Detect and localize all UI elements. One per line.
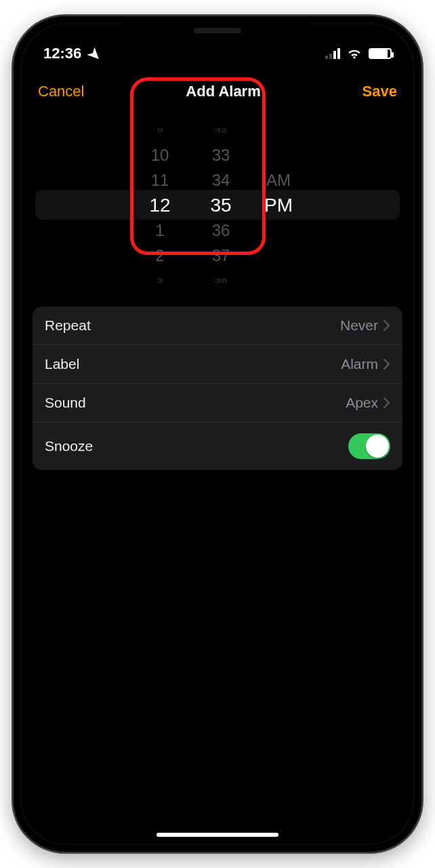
nav-bar: Cancel Add Alarm Save xyxy=(22,69,413,114)
picker-minute-item[interactable]: 34 xyxy=(190,167,251,193)
row-label: Repeat xyxy=(45,317,91,334)
row-value: Apex xyxy=(346,395,378,411)
save-button[interactable]: Save xyxy=(362,83,397,100)
status-left: 12:36 ➤ xyxy=(43,45,100,62)
chevron-right-icon xyxy=(384,397,390,408)
status-time: 12:36 xyxy=(43,45,81,62)
chevron-right-icon xyxy=(384,320,390,331)
picker-minute-selected[interactable]: 35 xyxy=(190,193,251,218)
row-label: Label xyxy=(45,356,79,372)
picker-hour-item[interactable]: 9 xyxy=(129,123,190,136)
picker-minute-wheel[interactable]: 32 33 34 35 36 37 38 xyxy=(190,117,251,293)
device-notch xyxy=(126,16,309,45)
volume-up-button xyxy=(12,206,14,259)
status-right xyxy=(325,48,392,59)
picker-minute-item[interactable]: 33 xyxy=(190,142,251,167)
picker-hour-selected[interactable]: 12 xyxy=(129,193,190,218)
picker-hour-item[interactable]: 2 xyxy=(129,243,190,268)
picker-hour-item[interactable]: 1 xyxy=(129,218,190,243)
chevron-right-icon xyxy=(384,359,390,370)
picker-hour-item[interactable]: 10 xyxy=(129,142,190,167)
snooze-toggle[interactable] xyxy=(348,433,390,459)
cellular-signal-icon xyxy=(325,48,340,59)
picker-minute-item[interactable]: 38 xyxy=(190,273,251,287)
picker-ampm-selected[interactable]: PM xyxy=(251,193,306,218)
location-arrow-icon: ➤ xyxy=(84,43,105,64)
row-repeat[interactable]: Repeat Never xyxy=(33,307,402,345)
wifi-icon xyxy=(347,48,362,59)
picker-hour-wheel[interactable]: 9 10 11 12 1 2 3 xyxy=(129,117,190,293)
row-label: Sound xyxy=(45,395,86,411)
nav-title: Add Alarm xyxy=(186,83,260,100)
row-value: Alarm xyxy=(341,356,378,372)
phone-frame: 12:36 ➤ Cancel Add Alarm Save xyxy=(12,15,423,853)
picker-minute-item[interactable]: 37 xyxy=(190,243,251,268)
row-value: Never xyxy=(340,317,378,334)
volume-down-button xyxy=(12,274,14,327)
power-button xyxy=(421,220,423,294)
cancel-button[interactable]: Cancel xyxy=(38,83,84,100)
picker-minute-item[interactable]: 32 xyxy=(190,123,251,136)
battery-icon xyxy=(369,48,392,59)
row-label: Snooze xyxy=(45,438,93,454)
picker-hour-item[interactable]: 11 xyxy=(129,167,190,193)
screen: 12:36 ➤ Cancel Add Alarm Save xyxy=(22,24,413,844)
picker-ampm-am[interactable]: AM xyxy=(251,167,306,193)
toggle-knob xyxy=(366,435,389,458)
row-snooze: Snooze xyxy=(33,422,402,470)
alarm-options-list: Repeat Never Label Alarm Sound xyxy=(33,307,402,470)
picker-minute-item[interactable]: 36 xyxy=(190,218,251,243)
picker-hour-item[interactable]: 3 xyxy=(129,273,190,287)
row-label[interactable]: Label Alarm xyxy=(33,345,402,384)
picker-ampm-wheel[interactable]: AM PM xyxy=(251,117,306,293)
home-indicator[interactable] xyxy=(157,833,278,837)
silent-switch xyxy=(12,159,14,187)
row-sound[interactable]: Sound Apex xyxy=(33,384,402,422)
time-picker[interactable]: 9 10 11 12 1 2 3 32 33 34 35 36 37 38 xyxy=(22,117,413,293)
